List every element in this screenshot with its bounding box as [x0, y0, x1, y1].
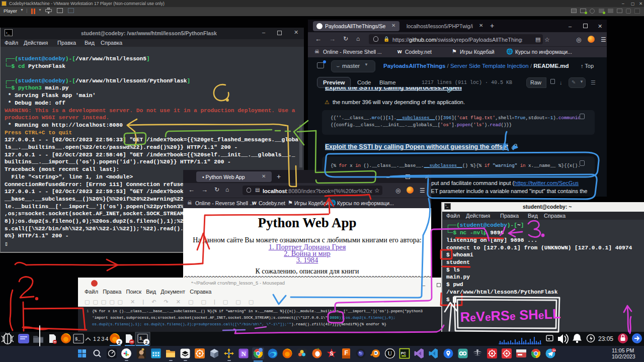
svg-text:ReVeRSe SHeLL: ReVeRSe SHeLL [460, 306, 561, 325]
